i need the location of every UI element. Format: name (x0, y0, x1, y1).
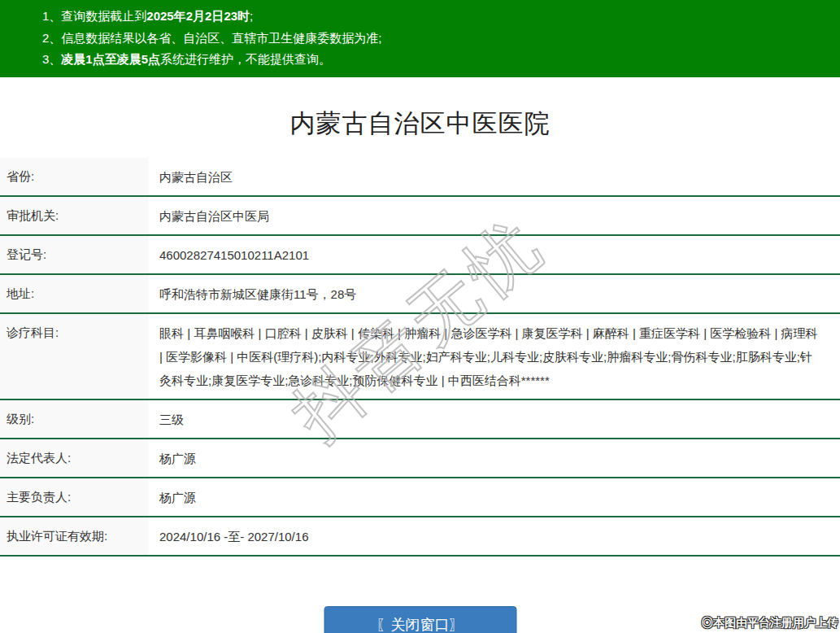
corner-upload-watermark: ◎本图由平台注册用户上传 (702, 616, 838, 631)
field-label: 执业许可证有效期: (0, 517, 148, 555)
table-row-level: 级别: 三级 (0, 400, 840, 439)
field-value: 2024/10/16 -至- 2027/10/16 (148, 517, 840, 555)
field-value: 三级 (148, 400, 840, 438)
field-value: 杨广源 (148, 439, 840, 477)
table-row-treatment-subjects: 诊疗科目: 眼科 | 耳鼻咽喉科 | 口腔科 | 皮肤科 | 传染科 | 肿瘤科… (0, 314, 840, 400)
field-value: 46002827415010211A2101 (148, 236, 840, 273)
notice-line-3: 3、凌晨1点至凌晨5点系统进行维护，不能提供查询。 (42, 49, 832, 71)
field-label: 级别: (0, 400, 148, 438)
page-title: 内蒙古自治区中医医院 (0, 107, 840, 141)
notice-3-number: 3、 (42, 52, 61, 66)
table-row-legal-representative: 法定代表人: 杨广源 (0, 439, 840, 478)
notice-line-2: 2、信息数据结果以各省、自治区、直辖市卫生健康委数据为准; (42, 28, 832, 50)
notice-2-number: 2、 (42, 31, 61, 45)
table-row-address: 地址: 呼和浩特市新城区健康街11号，28号 (0, 275, 840, 314)
field-label: 地址: (0, 275, 148, 312)
field-label: 主要负责人: (0, 478, 148, 516)
notice-banner: 1、查询数据截止到2025年2月2日23时; 2、信息数据结果以各省、自治区、直… (0, 0, 840, 77)
table-row-province: 省份: 内蒙古自治区 (0, 158, 840, 197)
field-label: 登记号: (0, 236, 148, 273)
notice-1-bold: 2025年2月2日23时 (146, 9, 250, 23)
notice-1-text: 查询数据截止到 (61, 9, 146, 23)
field-value: 眼科 | 耳鼻咽喉科 | 口腔科 | 皮肤科 | 传染科 | 肿瘤科 | 急诊医… (148, 314, 840, 399)
table-row-approval-authority: 审批机关: 内蒙古自治区中医局 (0, 197, 840, 236)
notice-3-bold: 凌晨1点至凌晨5点 (61, 52, 160, 66)
notice-2-text: 信息数据结果以各省、自治区、直辖市卫生健康委数据为准; (61, 31, 381, 45)
table-row-registration-number: 登记号: 46002827415010211A2101 (0, 236, 840, 275)
notice-line-1: 1、查询数据截止到2025年2月2日23时; (42, 6, 832, 28)
notice-3-suffix: 系统进行维护，不能提供查询。 (160, 52, 331, 66)
field-label: 诊疗科目: (0, 314, 148, 399)
field-label: 法定代表人: (0, 439, 148, 477)
close-window-button[interactable]: 〖关闭窗口〗 (324, 606, 516, 633)
field-value: 内蒙古自治区 (148, 158, 840, 195)
table-row-main-person-in-charge: 主要负责人: 杨广源 (0, 478, 840, 517)
field-label: 审批机关: (0, 197, 148, 234)
notice-1-suffix: ; (250, 9, 253, 23)
field-value: 内蒙古自治区中医局 (148, 197, 840, 234)
table-row-license-validity: 执业许可证有效期: 2024/10/16 -至- 2027/10/16 (0, 517, 840, 557)
field-value: 杨广源 (148, 478, 840, 516)
field-value: 呼和浩特市新城区健康街11号，28号 (148, 275, 840, 312)
hospital-info-table: 省份: 内蒙古自治区 审批机关: 内蒙古自治区中医局 登记号: 46002827… (0, 158, 840, 557)
field-label: 省份: (0, 158, 148, 195)
notice-1-number: 1、 (42, 9, 61, 23)
